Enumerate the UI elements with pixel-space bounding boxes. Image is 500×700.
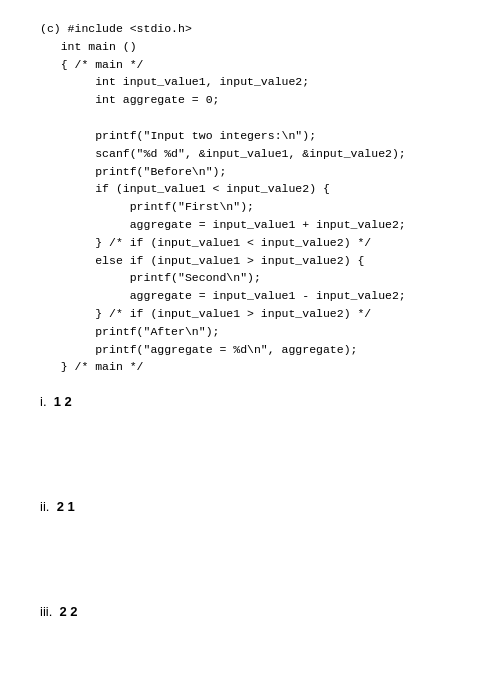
roman-i: i.	[40, 394, 47, 409]
page: (c) #include <stdio.h> int main () { /* …	[0, 0, 500, 700]
section-header: (c) #include <stdio.h>	[40, 22, 192, 35]
code-content: int main () { /* main */ int input_value…	[40, 40, 406, 374]
part-i-label: i. 1 2	[40, 394, 470, 409]
part-ii-answer-area	[40, 520, 470, 590]
code-block: (c) #include <stdio.h> int main () { /* …	[40, 20, 470, 376]
part-ii-label: ii. 2 1	[40, 499, 470, 514]
part-ii-input: 2 1	[57, 499, 75, 514]
part-iii-label: iii. 2 2	[40, 604, 470, 619]
part-i-input: 1 2	[54, 394, 72, 409]
part-iii-answer-area	[40, 625, 470, 685]
part-i-answer-area	[40, 415, 470, 485]
part-iii-input: 2 2	[60, 604, 78, 619]
roman-iii: iii.	[40, 604, 52, 619]
roman-ii: ii.	[40, 499, 49, 514]
